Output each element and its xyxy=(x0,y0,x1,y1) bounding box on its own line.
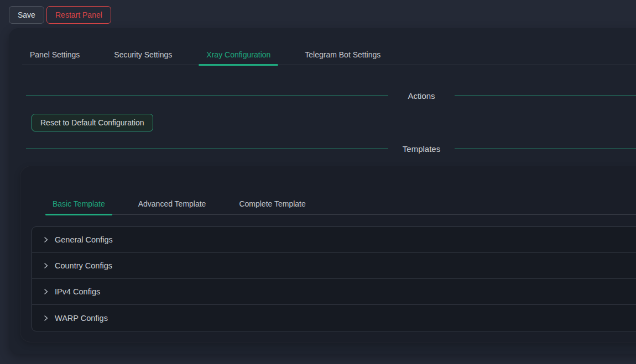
chevron-right-icon xyxy=(42,262,49,270)
tab-panel-settings[interactable]: Panel Settings xyxy=(22,44,87,65)
chevron-right-icon xyxy=(42,288,49,296)
templates-section-title: Templates xyxy=(388,144,455,154)
accordion-item-warp-configs[interactable]: WARP Configs xyxy=(32,305,636,331)
top-toolbar: Save Restart Panel xyxy=(0,0,636,28)
accordion-item-ipv4-configs[interactable]: IPv4 Configs xyxy=(32,279,636,305)
divider-line xyxy=(455,149,636,149)
template-config-accordion: General Configs Country Configs IPv4 Con… xyxy=(32,226,636,331)
accordion-item-country-configs[interactable]: Country Configs xyxy=(32,253,636,279)
settings-tab-bar: Panel Settings Security Settings Xray Co… xyxy=(22,44,636,65)
divider-line xyxy=(26,149,388,149)
tab-advanced-template[interactable]: Advanced Template xyxy=(131,193,213,214)
tab-basic-template[interactable]: Basic Template xyxy=(45,193,112,214)
accordion-item-general-configs[interactable]: General Configs xyxy=(32,227,636,253)
settings-card: Panel Settings Security Settings Xray Co… xyxy=(9,28,636,354)
tab-telegram-bot-settings[interactable]: Telegram Bot Settings xyxy=(297,44,388,65)
tab-complete-template[interactable]: Complete Template xyxy=(232,193,312,214)
template-tab-bar: Basic Template Advanced Template Complet… xyxy=(45,193,636,215)
accordion-item-label: IPv4 Configs xyxy=(55,287,100,296)
divider-line xyxy=(26,96,388,96)
templates-card: Basic Template Advanced Template Complet… xyxy=(20,166,636,342)
tab-security-settings[interactable]: Security Settings xyxy=(106,44,180,65)
divider-line xyxy=(455,96,636,96)
reset-default-configuration-button[interactable]: Reset to Default Configuration xyxy=(32,114,153,131)
actions-section-title: Actions xyxy=(388,91,455,101)
restart-panel-button[interactable]: Restart Panel xyxy=(46,6,111,24)
actions-section-divider: Actions xyxy=(26,89,636,102)
accordion-item-label: General Configs xyxy=(55,235,113,244)
tab-xray-configuration[interactable]: Xray Configuration xyxy=(199,44,278,65)
save-button[interactable]: Save xyxy=(9,6,44,24)
templates-section-divider: Templates xyxy=(26,142,636,155)
accordion-item-label: WARP Configs xyxy=(55,314,108,323)
chevron-right-icon xyxy=(42,314,49,321)
accordion-item-label: Country Configs xyxy=(55,261,112,270)
chevron-right-icon xyxy=(42,236,49,244)
